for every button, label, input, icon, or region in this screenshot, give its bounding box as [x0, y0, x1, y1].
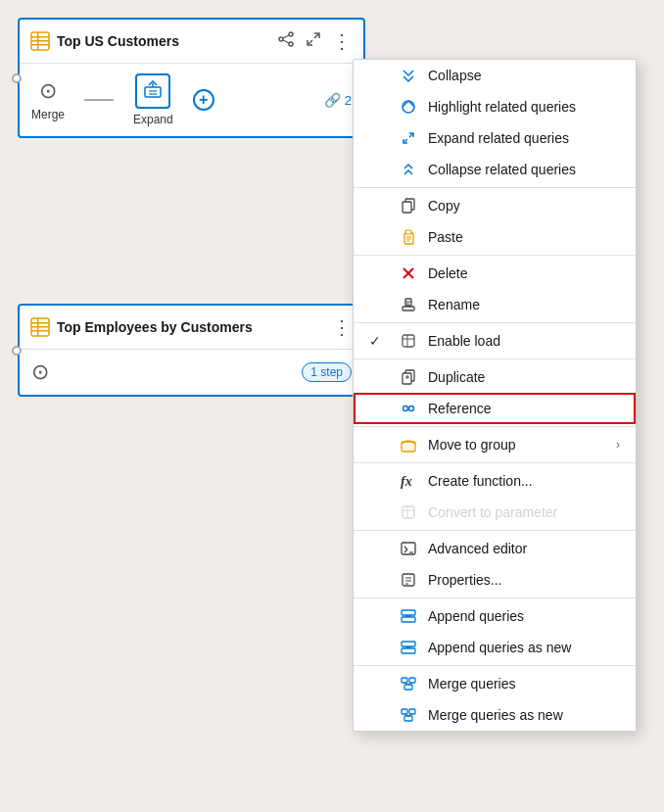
collapse-related-label: Collapse related queries [428, 162, 620, 177]
delete-label: Delete [428, 265, 620, 281]
menu-item-convert-to-parameter: Convert to parameter [354, 497, 636, 528]
move-to-group-label: Move to group [428, 437, 606, 453]
rename-label: Rename [428, 297, 620, 312]
step-badge: 1 step [302, 362, 352, 382]
separator-9 [354, 665, 636, 666]
more-icon-2[interactable]: ⋮ [330, 313, 354, 341]
expand-icon[interactable] [303, 28, 324, 54]
card2-actions: ⋮ [330, 313, 354, 341]
properties-label: Properties... [428, 572, 620, 588]
card2-title: Top Employees by Customers [57, 319, 324, 335]
svg-rect-19 [31, 330, 49, 332]
svg-rect-4 [37, 32, 39, 50]
menu-item-move-to-group[interactable]: Move to group › [354, 429, 636, 460]
context-menu: Collapse Highlight related queries [353, 59, 637, 732]
share-icon[interactable] [275, 28, 297, 54]
link-count-area: 🔗 2 [324, 92, 352, 108]
merge-label: Merge [31, 108, 65, 121]
card2-header: Top Employees by Customers ⋮ [20, 306, 363, 350]
expand-related-menu-icon [399, 128, 418, 148]
separator-8 [354, 597, 636, 598]
svg-rect-17 [31, 322, 49, 324]
svg-point-5 [289, 32, 293, 36]
menu-item-merge-queries-new[interactable]: Merge queries as new [354, 699, 636, 731]
svg-rect-20 [37, 318, 39, 336]
append-queries-label: Append queries [428, 608, 620, 624]
svg-rect-63 [402, 617, 415, 622]
append-new-menu-icon [399, 638, 418, 657]
card-actions: ⋮ [275, 27, 354, 55]
svg-point-47 [409, 406, 414, 411]
separator-3 [354, 322, 636, 323]
table-icon [29, 30, 51, 52]
svg-line-10 [314, 34, 318, 38]
table-icon-2 [29, 316, 51, 338]
svg-rect-77 [404, 716, 412, 721]
svg-rect-71 [409, 678, 415, 683]
copy-menu-icon [399, 196, 418, 215]
card-header: Top US Customers [20, 20, 363, 64]
menu-item-advanced-editor[interactable]: Advanced editor [354, 533, 636, 564]
svg-rect-70 [402, 678, 407, 683]
menu-item-expand-related[interactable]: Expand related queries [354, 122, 636, 154]
svg-rect-12 [145, 87, 161, 97]
canvas: Top US Customers [0, 0, 664, 812]
menu-item-collapse[interactable]: Collapse [354, 60, 636, 91]
svg-rect-76 [409, 709, 415, 714]
highlight-related-label: Highlight related queries [428, 99, 620, 115]
merge-icon: ⊙ [39, 78, 57, 104]
svg-rect-62 [402, 610, 415, 615]
svg-rect-72 [404, 685, 412, 690]
left-connector-2 [12, 346, 22, 356]
convert-to-parameter-label: Convert to parameter [428, 504, 620, 520]
menu-item-rename[interactable]: Rename [354, 289, 636, 320]
svg-line-24 [409, 134, 412, 137]
svg-rect-27 [403, 202, 411, 213]
menu-item-append-queries-new[interactable]: Append queries as new [354, 632, 636, 663]
query-card-top-employees: Top Employees by Customers ⋮ ⊙ 1 step [18, 304, 365, 397]
svg-line-9 [283, 40, 289, 43]
link-count: 2 [345, 93, 352, 108]
reference-label: Reference [428, 401, 620, 416]
paste-label: Paste [428, 229, 620, 245]
properties-menu-icon [399, 570, 418, 590]
svg-line-8 [283, 35, 289, 38]
expand-node-icon [135, 73, 170, 109]
menu-item-reference[interactable]: Reference [354, 393, 636, 424]
duplicate-menu-icon [399, 367, 418, 387]
menu-item-duplicate[interactable]: Duplicate [354, 361, 636, 393]
card-body: ⊙ Merge Expand + [20, 64, 363, 136]
append-menu-icon [399, 606, 418, 626]
separator-7 [354, 530, 636, 531]
merge-new-menu-icon [399, 705, 418, 725]
convert-menu-icon [399, 502, 418, 522]
menu-item-copy[interactable]: Copy [354, 190, 636, 221]
link-icon: 🔗 [324, 92, 341, 108]
merge-queries-new-label: Merge queries as new [428, 707, 620, 723]
more-icon[interactable]: ⋮ [330, 27, 354, 55]
menu-item-enable-load[interactable]: ✓ Enable load [354, 325, 636, 357]
svg-text:fx: fx [401, 474, 412, 489]
append-queries-new-label: Append queries as new [428, 640, 620, 655]
menu-item-collapse-related[interactable]: Collapse related queries [354, 154, 636, 185]
merge-icon-2: ⊙ [31, 359, 49, 385]
menu-item-merge-queries[interactable]: Merge queries [354, 668, 636, 699]
menu-item-delete[interactable]: Delete [354, 258, 636, 289]
collapse-menu-icon [399, 66, 418, 85]
enable-load-label: Enable load [428, 333, 620, 349]
separator-5 [354, 426, 636, 427]
left-connector [12, 73, 22, 83]
menu-item-append-queries[interactable]: Append queries [354, 600, 636, 632]
add-step-button[interactable]: + [193, 89, 214, 111]
svg-rect-67 [402, 648, 415, 653]
menu-item-create-function[interactable]: fx Create function... [354, 465, 636, 497]
menu-item-properties[interactable]: Properties... [354, 564, 636, 596]
advanced-editor-menu-icon [399, 539, 418, 558]
merge-menu-icon [399, 674, 418, 693]
svg-line-25 [404, 139, 407, 142]
menu-item-highlight-related[interactable]: Highlight related queries [354, 91, 636, 122]
create-function-menu-icon: fx [399, 471, 418, 491]
menu-item-paste[interactable]: Paste [354, 221, 636, 253]
move-group-menu-icon [399, 435, 418, 454]
delete-menu-icon [399, 263, 418, 283]
